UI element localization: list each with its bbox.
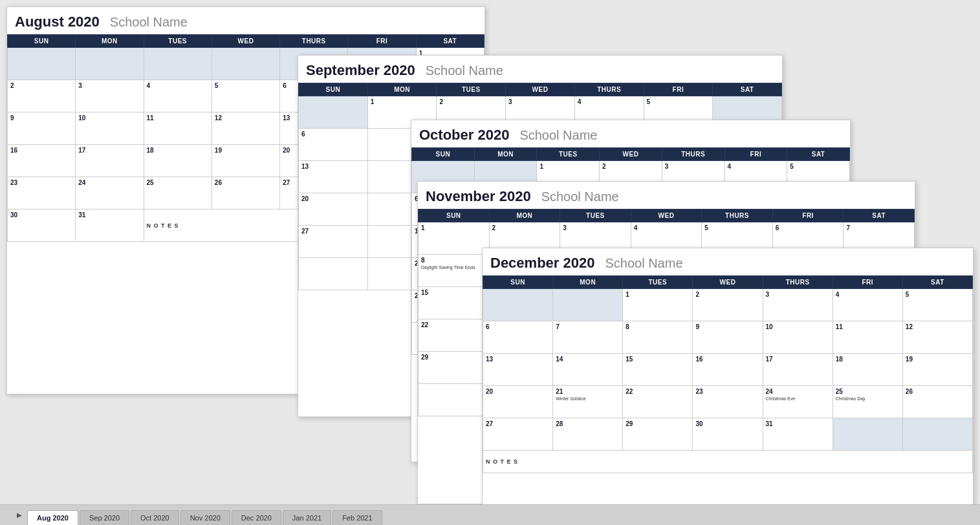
november-header: November 2020 School Name <box>418 182 915 209</box>
tab-sep-2020[interactable]: Sep 2020 <box>80 510 129 525</box>
col-tue: TUES <box>144 35 212 48</box>
col-sat: SAT <box>787 148 850 161</box>
notes-row: N O T E S <box>483 451 973 473</box>
col-tue: TUES <box>537 148 600 161</box>
col-mon: MON <box>489 209 560 222</box>
col-fri: FRI <box>644 83 713 96</box>
october-title: October 2020 <box>419 127 509 144</box>
col-wed: WED <box>631 209 702 222</box>
tab-dec-2020[interactable]: Dec 2020 <box>232 510 281 525</box>
tab-bar: ▶ Aug 2020 Sep 2020 Oct 2020 Nov 2020 De… <box>0 504 980 525</box>
october-school: School Name <box>519 128 597 143</box>
august-school: School Name <box>110 15 188 30</box>
col-mon: MON <box>76 35 144 48</box>
october-header: October 2020 School Name <box>411 120 850 147</box>
tab-feb-2021[interactable]: Feb 2021 <box>332 510 382 525</box>
col-thu: THURS <box>574 83 644 96</box>
tab-aug-2020[interactable]: Aug 2020 <box>27 510 78 525</box>
event-dst: Daylight Saving Time Ends <box>421 265 486 270</box>
col-sun: SUN <box>419 209 490 222</box>
event-christmas-day: Christmas Day <box>836 396 900 401</box>
col-tue: TUES <box>560 209 631 222</box>
tab-prev-arrow[interactable]: ▶ <box>13 511 26 519</box>
col-thu: THURS <box>280 35 348 48</box>
event-christmas-eve: Christmas Eve <box>766 396 830 401</box>
tab-oct-2020[interactable]: Oct 2020 <box>131 510 179 525</box>
september-school: School Name <box>426 63 503 78</box>
col-fri: FRI <box>724 148 787 161</box>
september-title: September 2020 <box>306 62 415 79</box>
col-mon: MON <box>553 276 623 289</box>
december-header: December 2020 School Name <box>483 248 973 275</box>
col-fri: FRI <box>348 35 416 48</box>
december-calendar: December 2020 School Name SUN MON TUES W… <box>482 248 974 506</box>
event-winter-solstice: Winter Solstice <box>556 396 620 401</box>
december-title: December 2020 <box>490 255 594 272</box>
col-fri: FRI <box>772 209 844 222</box>
col-sat: SAT <box>416 35 484 48</box>
col-tue: TUES <box>623 276 693 289</box>
table-row: 27 28 29 30 31 <box>483 418 973 451</box>
tab-jan-2021[interactable]: Jan 2021 <box>283 510 331 525</box>
december-grid: SUN MON TUES WED THURS FRI SAT 1 2 3 4 5… <box>483 275 973 473</box>
col-thu: THURS <box>662 148 724 161</box>
col-thu: THURS <box>763 276 833 289</box>
col-sun: SUN <box>412 148 475 161</box>
col-sat: SAT <box>844 209 915 222</box>
col-tue: TUES <box>437 83 506 96</box>
november-school: School Name <box>541 189 619 204</box>
august-title: August 2020 <box>15 14 100 30</box>
col-wed: WED <box>600 148 662 161</box>
col-mon: MON <box>474 148 537 161</box>
col-sat: SAT <box>713 83 782 96</box>
col-wed: WED <box>693 276 763 289</box>
col-mon: MON <box>367 83 437 96</box>
table-row: 13 14 15 16 17 18 19 <box>483 354 973 386</box>
col-sun: SUN <box>299 83 368 96</box>
tab-nov-2020[interactable]: Nov 2020 <box>180 510 230 525</box>
september-header: September 2020 School Name <box>298 56 782 83</box>
col-sat: SAT <box>902 276 972 289</box>
col-fri: FRI <box>833 276 902 289</box>
col-wed: WED <box>506 83 575 96</box>
table-row: 6 7 8 9 10 11 12 <box>483 321 973 354</box>
table-row: 1 2 3 4 5 <box>483 289 973 321</box>
table-row: 20 21Winter Solstice 22 23 24Christmas E… <box>483 386 973 418</box>
november-title: November 2020 <box>426 188 531 205</box>
december-school: School Name <box>605 256 682 271</box>
col-sun: SUN <box>8 35 76 48</box>
col-wed: WED <box>212 35 279 48</box>
col-sun: SUN <box>483 276 553 289</box>
col-thu: THURS <box>702 209 773 222</box>
august-header: August 2020 School Name <box>7 7 485 34</box>
